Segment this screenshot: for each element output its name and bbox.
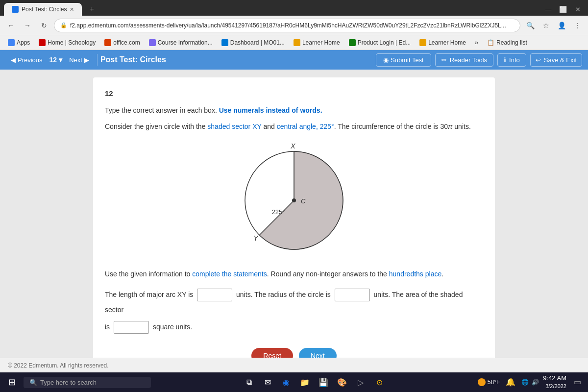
learnerhome2-favicon [419, 39, 426, 46]
taskbar-clock[interactable]: 9:42 AM 3/2/2022 [543, 374, 566, 391]
profile-icon-btn[interactable]: 👤 [555, 19, 568, 32]
arc-length-input[interactable] [197, 289, 232, 301]
clock-time: 9:42 AM [543, 374, 566, 383]
reset-button[interactable]: Reset [251, 348, 293, 358]
network-icon[interactable]: 🌐 [521, 379, 529, 386]
dropdown-chevron-icon: ▾ [59, 56, 62, 64]
inst2-units: units. [452, 122, 470, 130]
dashboard-favicon [221, 39, 228, 46]
area-input[interactable] [114, 321, 149, 334]
bookmark-dashboard[interactable]: Dashboard | MO01... [218, 38, 289, 48]
office-label: office.com [113, 39, 140, 46]
restore-button[interactable]: ⬜ [557, 3, 569, 16]
taskbar-storage-icon[interactable]: 💾 [316, 375, 331, 390]
course-favicon [149, 39, 156, 46]
refresh-button[interactable]: ↻ [37, 19, 51, 32]
bookmarks-more-button[interactable]: » [471, 37, 482, 48]
bookmark-course[interactable]: Course Information... [145, 38, 217, 48]
show-desktop-button[interactable]: ▭ [570, 375, 584, 389]
inst2-sector: shaded sector XY [207, 122, 261, 130]
taskbar-chrome-icon[interactable]: ⊙ [372, 375, 387, 390]
taskbar-edge-icon[interactable]: ◉ [279, 375, 294, 390]
reading-list-button[interactable]: 📋 Reading list [483, 38, 531, 48]
minimize-button[interactable]: — [542, 3, 555, 16]
taskbar-paint-icon[interactable]: 🎨 [335, 375, 349, 390]
save-exit-button[interactable]: ↩ Save & Exit [530, 53, 582, 67]
lock-icon: 🔒 [60, 22, 67, 28]
label-y: Y [253, 234, 259, 242]
bookmark-apps[interactable]: Apps [4, 38, 34, 48]
course-label: Course Information... [158, 39, 213, 46]
statements-instruction: Use the given information to complete th… [105, 269, 483, 279]
bookmark-icon-btn[interactable]: ☆ [539, 19, 553, 32]
previous-label: Previous [18, 56, 43, 64]
stmt-period: . [441, 270, 443, 278]
schoology-label: Home | Schoology [48, 39, 96, 46]
taskbar: ⊞ 🔍 Type here to search ⧉ ✉ ◉ 📁 💾 🎨 ▷ ⊙ … [0, 372, 588, 392]
notification-button[interactable]: 🔔 [504, 375, 517, 389]
bookmark-learnerhome2[interactable]: Learner Home [416, 38, 470, 48]
close-window-button[interactable]: ✕ [571, 3, 584, 16]
bookmark-office[interactable]: office.com [100, 38, 144, 48]
weather-icon [478, 378, 486, 386]
apps-label: Apps [17, 39, 30, 46]
instruction-text-2: Consider the given circle with the shade… [105, 122, 483, 132]
center-dot [292, 198, 296, 202]
address-bar[interactable]: 🔒 f2.app.edmentum.com/assessments-delive… [54, 19, 520, 32]
previous-button[interactable]: ◀ Previous [6, 53, 48, 67]
instruction-highlight: Use numerals instead of words. [219, 106, 322, 114]
fill3-pre: is [105, 323, 110, 331]
learnerhome1-favicon [294, 39, 300, 46]
forward-button[interactable]: → [21, 19, 34, 32]
taskbar-search-box[interactable]: 🔍 Type here to search [24, 377, 151, 388]
active-tab[interactable]: Post Test: Circles ✕ [4, 3, 82, 16]
bookmark-learnerhome1[interactable]: Learner Home [290, 38, 344, 48]
sound-icon[interactable]: 🔊 [532, 379, 539, 386]
stmt-use: Use the given information to [105, 270, 192, 278]
toolbar-actions: 🔍 ☆ 👤 ⋮ [523, 19, 584, 32]
taskbar-task-view[interactable]: ⧉ [242, 375, 256, 390]
label-x: X [290, 142, 295, 150]
taskbar-search-icon: 🔍 [29, 379, 37, 386]
bookmark-product[interactable]: Product Login | Ed... [345, 38, 415, 48]
bookmarks-bar: Apps Home | Schoology office.com Course … [0, 35, 588, 50]
question-number-selector[interactable]: 12 ▾ [49, 56, 63, 64]
weather-temp: 58°F [488, 379, 500, 386]
next-nav-button[interactable]: Next ▶ [64, 53, 94, 67]
submit-test-button[interactable]: ◉ Submit Test [376, 53, 431, 67]
taskbar-file-icon[interactable]: 📁 [297, 375, 312, 390]
extensions-icon-btn[interactable]: ⋮ [570, 19, 584, 32]
stmt-round: . Round any non-integer answers to the [267, 270, 389, 278]
taskbar-mail-icon[interactable]: ✉ [260, 375, 275, 390]
submit-label: Submit Test [391, 56, 424, 64]
reader-tools-button[interactable]: ✏ Reader Tools [435, 53, 493, 67]
question-toolbar: ◀ Previous 12 ▾ Next ▶ Post Test: Circle… [0, 50, 588, 70]
browser-toolbar: ← → ↻ 🔒 f2.app.edmentum.com/assessments-… [0, 16, 588, 35]
fill1-post: units. The radius of the circle is [236, 291, 331, 298]
main-content: 12 Type the correct answer in each box. … [0, 70, 588, 358]
start-button[interactable]: ⊞ [4, 374, 20, 390]
reading-list-icon: 📋 [487, 39, 494, 46]
reader-tools-label: Reader Tools [450, 56, 487, 64]
back-button[interactable]: ← [4, 19, 18, 32]
bookmark-schoology[interactable]: Home | Schoology [35, 38, 99, 48]
taskbar-center: ⧉ ✉ ◉ 📁 💾 🎨 ▷ ⊙ [155, 375, 474, 390]
taskbar-weather[interactable]: 58°F [478, 378, 500, 386]
statements-section: The length of major arc XY is units. The… [105, 287, 483, 334]
tab-close-icon[interactable]: ✕ [70, 6, 74, 13]
info-button[interactable]: ℹ Info [497, 53, 526, 67]
inst2-circ: . The circumference of the circle is 30 [334, 122, 448, 130]
next-button[interactable]: Next [299, 348, 337, 358]
circle-svg: X Y C 225° [235, 142, 353, 259]
search-icon-btn[interactable]: 🔍 [523, 19, 537, 32]
question-number-display: 12 [105, 89, 483, 98]
statement-line-2: is square units. [105, 319, 483, 335]
new-tab-button[interactable]: + [85, 2, 98, 16]
pencil-icon: ✏ [441, 56, 447, 64]
taskbar-media-icon[interactable]: ▷ [353, 375, 368, 390]
circle-diagram: X Y C 225° [105, 142, 483, 259]
info-label: Info [509, 56, 520, 64]
learnerhome1-label: Learner Home [302, 39, 340, 46]
learnerhome2-label: Learner Home [428, 39, 466, 46]
radius-input[interactable] [335, 289, 370, 301]
